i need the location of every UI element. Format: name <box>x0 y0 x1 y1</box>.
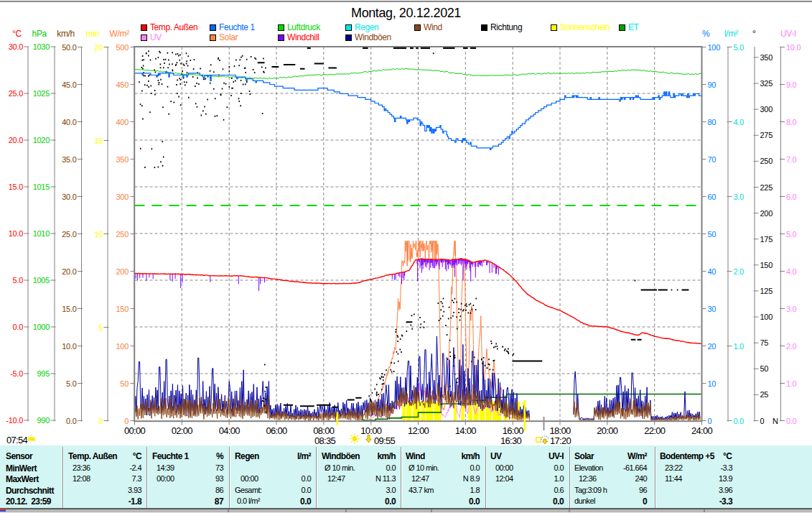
svg-text:150: 150 <box>760 261 773 269</box>
svg-text:15.0: 15.0 <box>9 182 23 191</box>
svg-text:0: 0 <box>98 417 103 425</box>
svg-text:100: 100 <box>116 342 129 351</box>
svg-text:02:00: 02:00 <box>172 425 193 436</box>
svg-text:10: 10 <box>94 230 103 239</box>
svg-text:0: 0 <box>708 417 712 425</box>
svg-text:N: N <box>773 417 778 425</box>
svg-text:30.0: 30.0 <box>62 193 76 201</box>
svg-text:995: 995 <box>37 369 50 378</box>
svg-text:15.0: 15.0 <box>62 305 76 313</box>
svg-text:250: 250 <box>116 230 129 239</box>
svg-text:06:00: 06:00 <box>266 425 287 436</box>
svg-text:5.0: 5.0 <box>734 43 745 52</box>
svg-text:500: 500 <box>116 43 129 52</box>
svg-text:3.0: 3.0 <box>786 305 797 313</box>
svg-text:40.0: 40.0 <box>62 118 76 126</box>
svg-text:60: 60 <box>708 193 717 201</box>
svg-text:10: 10 <box>708 379 717 388</box>
svg-text:9.0: 9.0 <box>786 80 797 89</box>
svg-text:50: 50 <box>708 230 717 239</box>
svg-text:25.0: 25.0 <box>9 89 23 98</box>
svg-text:0: 0 <box>124 417 129 425</box>
svg-text:0.0: 0.0 <box>13 323 24 331</box>
svg-text:45.0: 45.0 <box>62 80 76 89</box>
svg-text:1.0: 1.0 <box>734 342 745 351</box>
svg-text:200: 200 <box>760 209 773 218</box>
svg-text:50.0: 50.0 <box>62 43 76 52</box>
svg-text:990: 990 <box>37 416 50 425</box>
svg-text:10.0: 10.0 <box>786 43 801 52</box>
svg-text:20.0: 20.0 <box>62 267 76 276</box>
svg-text:20.0: 20.0 <box>9 136 23 144</box>
svg-text:5.0: 5.0 <box>66 379 77 388</box>
svg-text:175: 175 <box>760 235 773 244</box>
svg-text:350: 350 <box>760 53 773 62</box>
svg-text:35.0: 35.0 <box>62 155 76 164</box>
svg-text:22:00: 22:00 <box>644 425 666 436</box>
svg-text:5.0: 5.0 <box>13 276 24 285</box>
svg-text:10.0: 10.0 <box>62 342 76 351</box>
svg-text:20:00: 20:00 <box>597 425 618 436</box>
svg-text:8.0: 8.0 <box>786 118 797 126</box>
svg-text:70: 70 <box>708 155 717 164</box>
svg-text:1000: 1000 <box>33 323 50 331</box>
svg-text:25.0: 25.0 <box>62 230 76 239</box>
svg-text:1025: 1025 <box>33 89 50 98</box>
svg-text:325: 325 <box>760 79 773 88</box>
svg-text:5.0: 5.0 <box>786 230 797 239</box>
svg-text:400: 400 <box>116 118 129 126</box>
svg-text:6.0: 6.0 <box>786 193 797 201</box>
svg-text:0.0: 0.0 <box>734 417 745 425</box>
svg-text:90: 90 <box>708 80 717 89</box>
svg-text:250: 250 <box>760 157 773 165</box>
svg-text:-5.0: -5.0 <box>10 369 23 378</box>
svg-text:1030: 1030 <box>33 42 50 51</box>
svg-text:3.0: 3.0 <box>734 193 745 201</box>
svg-text:25: 25 <box>760 390 769 399</box>
svg-text:2.0: 2.0 <box>786 342 797 351</box>
svg-text:100: 100 <box>760 313 773 321</box>
svg-text:14:00: 14:00 <box>455 425 477 436</box>
svg-text:00:00: 00:00 <box>124 425 146 436</box>
svg-text:15: 15 <box>94 137 103 145</box>
svg-text:16:00: 16:00 <box>503 425 524 436</box>
svg-text:7.0: 7.0 <box>786 155 797 164</box>
svg-text:0.0: 0.0 <box>66 417 77 425</box>
svg-text:5: 5 <box>98 323 103 332</box>
svg-text:75: 75 <box>760 338 769 347</box>
svg-text:2.0: 2.0 <box>734 267 745 276</box>
svg-text:150: 150 <box>116 305 129 313</box>
svg-text:30: 30 <box>708 305 717 313</box>
svg-text:450: 450 <box>116 80 129 89</box>
svg-text:-10.0: -10.0 <box>6 416 23 425</box>
svg-text:1015: 1015 <box>33 182 50 191</box>
svg-text:4.0: 4.0 <box>786 267 797 276</box>
svg-text:50: 50 <box>120 379 129 388</box>
svg-text:80: 80 <box>708 118 717 126</box>
svg-text:125: 125 <box>760 287 773 295</box>
svg-text:4.0: 4.0 <box>734 118 745 126</box>
svg-text:24:00: 24:00 <box>691 425 713 436</box>
svg-text:350: 350 <box>116 155 129 164</box>
svg-text:1.0: 1.0 <box>786 379 797 388</box>
svg-text:300: 300 <box>760 105 773 114</box>
svg-text:1020: 1020 <box>33 136 50 144</box>
svg-text:04:00: 04:00 <box>219 425 241 436</box>
svg-text:30.0: 30.0 <box>9 42 23 51</box>
svg-text:275: 275 <box>760 131 773 139</box>
svg-text:20: 20 <box>708 342 717 351</box>
svg-text:1005: 1005 <box>33 276 50 285</box>
svg-text:1010: 1010 <box>33 229 50 238</box>
svg-text:08:00: 08:00 <box>313 425 335 436</box>
svg-text:200: 200 <box>116 267 129 276</box>
svg-text:20: 20 <box>94 43 103 52</box>
svg-text:0: 0 <box>760 417 765 425</box>
svg-text:40: 40 <box>708 267 717 276</box>
svg-text:100: 100 <box>708 43 721 52</box>
svg-text:10.0: 10.0 <box>9 229 23 238</box>
svg-text:50: 50 <box>760 364 769 373</box>
svg-text:12:00: 12:00 <box>408 425 429 436</box>
svg-text:225: 225 <box>760 183 773 192</box>
svg-text:0.0: 0.0 <box>786 417 797 425</box>
svg-text:18:00: 18:00 <box>549 425 571 436</box>
